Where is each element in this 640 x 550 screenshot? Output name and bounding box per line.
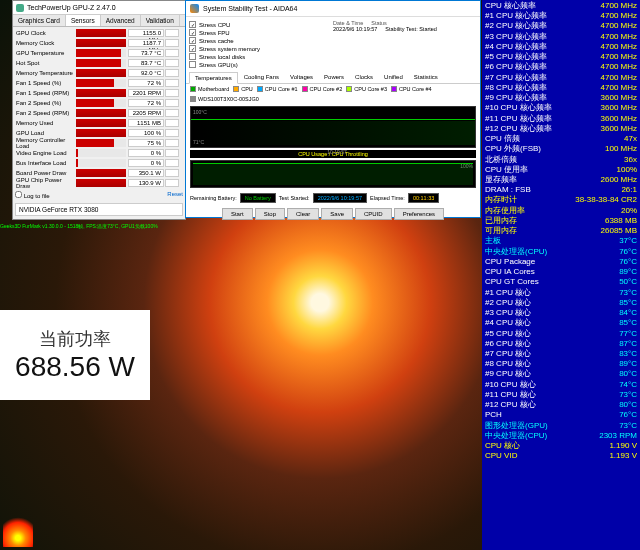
sensor-value[interactable]: 0 % — [128, 149, 164, 157]
sensor-value[interactable]: 100 % — [128, 129, 164, 137]
sensor-value[interactable]: 350.1 W — [128, 169, 164, 177]
sensor-row: Fan 2 Speed (RPM)2205 RPM — [14, 108, 184, 118]
sensor-bar — [76, 179, 126, 187]
aida-tab[interactable]: Clocks — [350, 72, 378, 83]
gpuz-titlebar[interactable]: TechPowerUp GPU-Z 2.47.0 — [13, 1, 185, 15]
sensor-value[interactable]: 0 % — [128, 159, 164, 167]
dropdown-icon[interactable] — [165, 39, 179, 47]
dropdown-icon[interactable] — [165, 59, 179, 67]
sensor-value[interactable]: 1155.0 MHz — [128, 29, 164, 37]
sensor-value[interactable]: 92.0 °C — [128, 69, 164, 77]
dropdown-icon[interactable] — [165, 119, 179, 127]
monitor-row: CPU 倍频47x — [485, 134, 637, 144]
sensor-bar — [76, 59, 126, 67]
cpu-usage-chart: 100% — [190, 160, 476, 188]
stress-checkbox[interactable]: ✓Stress cache — [189, 37, 333, 44]
sensor-value[interactable]: 72 % — [128, 79, 164, 87]
gpuz-tabs: Graphics Card Sensors Advanced Validatio… — [13, 15, 185, 27]
sensor-value[interactable]: 75 % — [128, 139, 164, 147]
stop-button[interactable]: Stop — [255, 208, 285, 220]
sensor-value[interactable]: 2201 RPM — [128, 89, 164, 97]
cpuid-button[interactable]: CPUID — [355, 208, 392, 220]
sensor-row: Memory Clock1187.7 MHz — [14, 38, 184, 48]
reset-link[interactable]: Reset — [167, 191, 183, 199]
stress-checkbox[interactable]: ✓Stress system memory — [189, 45, 333, 52]
tab-graphics-card[interactable]: Graphics Card — [13, 15, 66, 26]
monitor-row: 中央处理器(CPU)76°C — [485, 247, 637, 257]
legend-item[interactable]: CPU — [233, 86, 253, 92]
dropdown-icon[interactable] — [165, 109, 179, 117]
sensor-value[interactable]: 2205 RPM — [128, 109, 164, 117]
sensor-row: Fan 1 Speed (RPM)2201 RPM — [14, 88, 184, 98]
clear-button[interactable]: Clear — [287, 208, 319, 220]
legend-item[interactable]: CPU Core #3 — [346, 86, 387, 92]
stress-checkbox[interactable]: Stress local disks — [189, 53, 333, 60]
gpuz-title-text: TechPowerUp GPU-Z 2.47.0 — [27, 4, 116, 11]
dropdown-icon[interactable] — [165, 79, 179, 87]
legend-item[interactable]: WDS100T3X0C-00SJG0 — [190, 96, 259, 102]
sensor-value[interactable]: 83.7 °C — [128, 59, 164, 67]
dropdown-icon[interactable] — [165, 49, 179, 57]
log-checkbox[interactable] — [15, 191, 22, 198]
dropdown-icon[interactable] — [165, 69, 179, 77]
tab-sensors[interactable]: Sensors — [66, 15, 101, 26]
stress-checkbox[interactable]: ✓Stress FPU — [189, 29, 333, 36]
preferences-button[interactable]: Preferences — [394, 208, 444, 220]
monitor-row: 图形处理器(GPU)73°C — [485, 421, 637, 431]
power-label: 当前功率 — [39, 327, 111, 351]
aida-tab[interactable]: Voltages — [285, 72, 318, 83]
legend-item[interactable]: Motherboard — [190, 86, 229, 92]
gpuz-window[interactable]: TechPowerUp GPU-Z 2.47.0 Graphics Card S… — [12, 0, 186, 220]
legend-item[interactable]: CPU Core #2 — [302, 86, 343, 92]
aida-tab[interactable]: Cooling Fans — [239, 72, 284, 83]
start-button[interactable]: Start — [222, 208, 253, 220]
stress-checkbox[interactable]: Stress GPU(s) — [189, 61, 333, 68]
dropdown-icon[interactable] — [165, 89, 179, 97]
hwmonitor-sidebar: CPU 核心频率4700 MHz#1 CPU 核心频率4700 MHz#2 CP… — [482, 0, 640, 550]
monitor-row: #8 CPU 核心频率4700 MHz — [485, 83, 637, 93]
dropdown-icon[interactable] — [165, 169, 179, 177]
aida-tab[interactable]: Unified — [379, 72, 408, 83]
dropdown-icon[interactable] — [165, 159, 179, 167]
dropdown-icon[interactable] — [165, 99, 179, 107]
aida-tab[interactable]: Statistics — [409, 72, 443, 83]
stress-checkbox[interactable]: ✓Stress CPU — [189, 21, 333, 28]
sensor-value[interactable]: 130.9 W — [128, 179, 164, 187]
dropdown-icon[interactable] — [165, 129, 179, 137]
sensor-value[interactable]: 1187.7 MHz — [128, 39, 164, 47]
furmark-logo-icon — [3, 517, 33, 547]
aida-tab[interactable]: Powers — [319, 72, 349, 83]
sensor-row: GPU Temperature73.7 °C — [14, 48, 184, 58]
sensor-bar — [76, 139, 126, 147]
sensor-value[interactable]: 73.7 °C — [128, 49, 164, 57]
monitor-row: 已用内存6388 MB — [485, 216, 637, 226]
temperature-chart: 100°C 71°C 10:19:57 — [190, 106, 476, 148]
monitor-row: #4 CPU 核心85°C — [485, 318, 637, 328]
aida64-window[interactable]: System Stability Test - AIDA64 ✓Stress C… — [185, 0, 481, 218]
monitor-row: #9 CPU 核心频率3600 MHz — [485, 93, 637, 103]
monitor-row: CPU IA Cores89°C — [485, 267, 637, 277]
aida-tabs: TemperaturesCooling FansVoltagesPowersCl… — [186, 72, 480, 84]
aida-tab[interactable]: Temperatures — [189, 72, 238, 84]
aida-config-row: ✓Stress CPU✓Stress FPU✓Stress cache✓Stre… — [186, 17, 480, 72]
save-button[interactable]: Save — [321, 208, 353, 220]
monitor-row: #3 CPU 核心84°C — [485, 308, 637, 318]
elapsed-badge: 00:11:33 — [408, 193, 439, 203]
dropdown-icon[interactable] — [165, 139, 179, 147]
sensor-value[interactable]: 1151 MB — [128, 119, 164, 127]
monitor-row: #10 CPU 核心频率3600 MHz — [485, 103, 637, 113]
sensor-bar — [76, 69, 126, 77]
gpu-name-field[interactable]: NVIDIA GeForce RTX 3080 — [15, 203, 183, 216]
dropdown-icon[interactable] — [165, 179, 179, 187]
tab-advanced[interactable]: Advanced — [101, 15, 141, 26]
dropdown-icon[interactable] — [165, 29, 179, 37]
dropdown-icon[interactable] — [165, 149, 179, 157]
aida-titlebar[interactable]: System Stability Test - AIDA64 — [186, 1, 480, 17]
legend-item[interactable]: CPU Core #1 — [257, 86, 298, 92]
sensor-bar — [76, 99, 126, 107]
monitor-row: #6 CPU 核心频率4700 MHz — [485, 62, 637, 72]
legend-item[interactable]: CPU Core #4 — [391, 86, 432, 92]
tab-validation[interactable]: Validation — [141, 15, 180, 26]
sensor-row: Video Engine Load0 % — [14, 148, 184, 158]
sensor-value[interactable]: 72 % — [128, 99, 164, 107]
